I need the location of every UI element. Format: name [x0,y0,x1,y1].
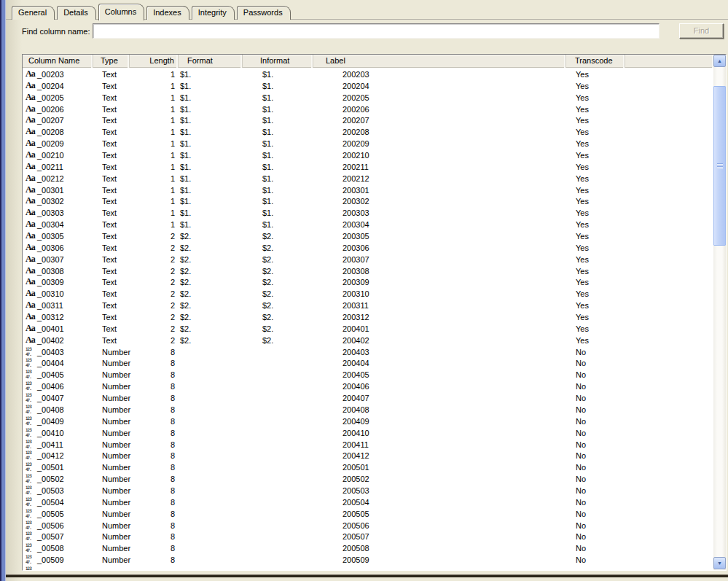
cell-name: _00407 [37,393,64,403]
tab-columns[interactable]: Columns [98,4,144,20]
cell-transcode: No [576,405,586,415]
text-column-icon: Aa [26,288,36,298]
table-row[interactable]: 12347._00408Number8200408No [23,404,713,416]
header-label[interactable]: Label [313,55,566,68]
cell-format: $2. [180,243,191,253]
table-row[interactable]: Aa_00208Text1$1.$1.200208Yes [23,126,713,138]
table-row[interactable]: Aa_00209Text1$1.$1.200209Yes [23,138,713,149]
table-row[interactable]: Aa_00207Text1$1.$1.200207Yes [23,114,713,126]
header-type[interactable]: Type [93,55,130,68]
cell-format: $1. [180,139,191,149]
cell-label: 200401 [343,324,369,334]
table-row[interactable]: Aa_00212Text1$1.$1.200212Yes [23,173,713,184]
scroll-up-arrow-icon[interactable]: ▲ [713,55,726,67]
cell-format: $2. [180,277,191,287]
table-row[interactable]: 12347._00409Number8200409No [23,416,713,427]
cell-label: 200404 [343,358,369,368]
tab-general[interactable]: General [12,6,55,20]
table-row[interactable]: 12347._00411Number8200411No [23,439,713,451]
cell-type: Text [102,231,117,241]
table-row[interactable]: 12347. [23,566,713,570]
table-row[interactable]: Aa_00203Text1$1.$1.200203Yes [23,69,713,80]
cell-length: 8 [149,509,175,519]
cell-transcode: Yes [576,115,589,125]
table-row[interactable]: Aa_00206Text1$1.$1.200206Yes [23,104,713,115]
header-informat[interactable]: Informat [243,55,313,68]
table-row[interactable]: 12347._00406Number8200406No [23,381,713,392]
table-row[interactable]: Aa_00312Text2$2.$2.200312Yes [23,311,713,323]
tab-indexes[interactable]: Indexes [146,6,189,20]
cell-transcode: Yes [576,127,589,137]
table-row[interactable]: 12347._00502Number8200502No [23,473,713,485]
table-row[interactable]: Aa_00210Text1$1.$1.200210Yes [23,149,713,161]
table-row[interactable]: Aa_00304Text1$1.$1.200304Yes [23,219,713,230]
table-row[interactable]: 12347._00504Number8200504No [23,496,713,508]
table-row[interactable]: 12347._00506Number8200506No [23,520,713,531]
table-row[interactable]: 12347._00410Number8200410No [23,427,713,439]
table-row[interactable]: 12347._00501Number8200501No [23,461,713,473]
number-column-icon: 12347. [26,542,36,553]
table-row[interactable]: Aa_00308Text2$2.$2.200308Yes [23,265,713,277]
find-column-name-input[interactable] [93,23,659,39]
table-row[interactable]: Aa_00402Text2$2.$2.200402Yes [23,335,713,346]
cell-transcode: Yes [576,300,589,311]
header-column-name[interactable]: Column Name [23,55,93,68]
table-row[interactable]: Aa_00401Text2$2.$2.200401Yes [23,323,713,335]
number-column-icon: 12347. [26,346,36,356]
cell-transcode: No [576,440,586,450]
scrollbar-thumb[interactable] [713,86,726,246]
cell-type: Number [102,358,130,368]
cell-name: _00306 [37,243,64,253]
table-row[interactable]: 12347._00505Number8200505No [23,508,713,520]
table-row[interactable]: Aa_00301Text1$1.$1.200301Yes [23,184,713,196]
table-row[interactable]: Aa_00305Text2$2.$2.200305Yes [23,230,713,242]
cell-length: 8 [149,370,175,380]
table-row[interactable]: Aa_00204Text1$1.$1.200204Yes [23,80,713,92]
cell-length: 1 [149,115,175,125]
table-row[interactable]: Aa_00310Text2$2.$2.200310Yes [23,288,713,300]
table-row[interactable]: 12347._00503Number8200503No [23,485,713,496]
cell-label: 200408 [343,405,369,415]
cell-name: _00501 [37,462,64,472]
table-row[interactable]: Aa_00205Text1$1.$1.200205Yes [23,92,713,104]
table-row[interactable]: Aa_00211Text1$1.$1.200211Yes [23,161,713,173]
table-row[interactable]: 12347._00508Number8200508No [23,542,713,554]
cell-label: 200411 [343,440,369,450]
table-row[interactable]: 12347._00407Number8200407No [23,392,713,404]
table-row[interactable]: 12347._00403Number8200403No [23,346,713,358]
header-transcode[interactable]: Transcode [566,55,625,68]
cell-informat: $1. [262,127,273,137]
scroll-down-arrow-icon[interactable]: ▼ [713,557,726,569]
table-row[interactable]: 12347._00412Number8200412No [23,450,713,461]
table-row[interactable]: 12347._00404Number8200404No [23,357,713,369]
cell-transcode: Yes [576,277,589,287]
table-row[interactable]: 12347._00509Number8200509No [23,554,713,566]
text-column-icon: Aa [26,276,36,286]
table-row[interactable]: Aa_00307Text2$2.$2.200307Yes [23,254,713,265]
vertical-scrollbar[interactable]: ▲ ▼ [713,55,726,570]
table-row[interactable]: Aa_00309Text2$2.$2.200309Yes [23,276,713,288]
cell-transcode: No [576,416,586,426]
cell-name: _00504 [37,497,64,507]
table-row[interactable]: Aa_00303Text1$1.$1.200303Yes [23,207,713,219]
cell-informat: $1. [262,104,273,114]
cell-transcode: Yes [576,69,589,79]
text-column-icon: Aa [26,230,36,241]
table-row[interactable]: Aa_00306Text2$2.$2.200306Yes [23,242,713,254]
find-button[interactable]: Find [679,23,724,39]
text-column-icon: Aa [26,184,36,195]
table-row[interactable]: Aa_00311Text2$2.$2.200311Yes [23,300,713,311]
cell-label: 200306 [343,243,369,253]
cell-length: 1 [149,93,175,103]
header-format[interactable]: Format [179,55,243,68]
table-row[interactable]: Aa_00302Text1$1.$1.200302Yes [23,195,713,207]
tab-passwords[interactable]: Passwords [237,6,291,20]
table-row[interactable]: 12347._00507Number8200507No [23,531,713,542]
tab-details[interactable]: Details [57,6,96,20]
cell-format: $1. [180,219,191,230]
cell-informat: $2. [262,231,273,241]
table-row[interactable]: 12347._00405Number8200405No [23,369,713,381]
header-length[interactable]: Length [130,55,179,68]
tab-integrity[interactable]: Integrity [192,6,235,20]
cell-name: _00404 [37,358,64,368]
